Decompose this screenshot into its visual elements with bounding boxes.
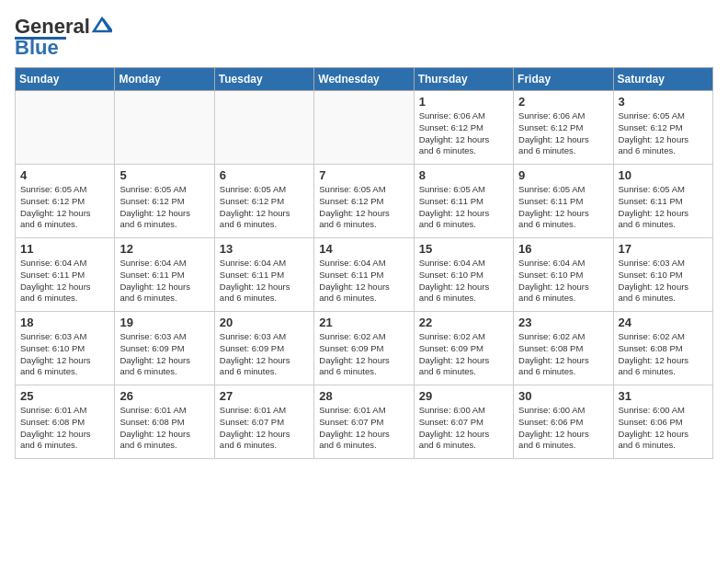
calendar-cell: 4Sunrise: 6:05 AM Sunset: 6:12 PM Daylig… (16, 165, 115, 238)
day-content: Sunrise: 6:03 AM Sunset: 6:09 PM Dayligh… (220, 331, 309, 378)
day-content: Sunrise: 6:04 AM Sunset: 6:11 PM Dayligh… (220, 258, 309, 304)
calendar-cell: 27Sunrise: 6:01 AM Sunset: 6:07 PM Dayli… (214, 385, 313, 459)
calendar-week-row: 25Sunrise: 6:01 AM Sunset: 6:08 PM Dayli… (16, 385, 713, 459)
day-of-week-header: Tuesday (214, 68, 313, 91)
calendar-header-row: SundayMondayTuesdayWednesdayThursdayFrid… (16, 68, 713, 91)
calendar-cell: 10Sunrise: 6:05 AM Sunset: 6:11 PM Dayli… (613, 165, 712, 238)
calendar-cell: 9Sunrise: 6:05 AM Sunset: 6:11 PM Daylig… (514, 165, 613, 238)
day-content: Sunrise: 6:00 AM Sunset: 6:06 PM Dayligh… (619, 405, 708, 452)
day-content: Sunrise: 6:06 AM Sunset: 6:12 PM Dayligh… (419, 110, 508, 157)
day-content: Sunrise: 6:05 AM Sunset: 6:12 PM Dayligh… (619, 110, 708, 157)
day-content: Sunrise: 6:03 AM Sunset: 6:10 PM Dayligh… (20, 331, 109, 378)
calendar-cell: 20Sunrise: 6:03 AM Sunset: 6:09 PM Dayli… (214, 312, 313, 385)
day-number: 2 (518, 95, 608, 109)
calendar-cell: 2Sunrise: 6:06 AM Sunset: 6:12 PM Daylig… (514, 91, 613, 165)
calendar-cell: 30Sunrise: 6:00 AM Sunset: 6:06 PM Dayli… (514, 385, 613, 459)
calendar-cell: 14Sunrise: 6:04 AM Sunset: 6:11 PM Dayli… (314, 238, 414, 312)
day-content: Sunrise: 6:02 AM Sunset: 6:09 PM Dayligh… (419, 331, 508, 378)
calendar-cell: 24Sunrise: 6:02 AM Sunset: 6:08 PM Dayli… (613, 312, 712, 385)
day-number: 26 (119, 389, 209, 403)
day-number: 5 (119, 168, 209, 182)
day-content: Sunrise: 6:05 AM Sunset: 6:11 PM Dayligh… (419, 184, 508, 231)
calendar-cell: 23Sunrise: 6:02 AM Sunset: 6:08 PM Dayli… (514, 312, 613, 385)
day-number: 20 (220, 316, 309, 329)
day-content: Sunrise: 6:04 AM Sunset: 6:10 PM Dayligh… (419, 258, 508, 304)
day-content: Sunrise: 6:03 AM Sunset: 6:09 PM Dayligh… (119, 331, 209, 378)
day-number: 6 (220, 168, 309, 182)
calendar-cell: 8Sunrise: 6:05 AM Sunset: 6:11 PM Daylig… (414, 165, 513, 238)
calendar-cell: 18Sunrise: 6:03 AM Sunset: 6:10 PM Dayli… (16, 312, 115, 385)
day-number: 28 (319, 389, 408, 403)
calendar-cell: 25Sunrise: 6:01 AM Sunset: 6:08 PM Dayli… (16, 385, 115, 459)
calendar-cell: 3Sunrise: 6:05 AM Sunset: 6:12 PM Daylig… (613, 91, 712, 165)
day-number: 4 (20, 168, 109, 182)
logo-blue: Blue (15, 36, 59, 60)
calendar-cell: 22Sunrise: 6:02 AM Sunset: 6:09 PM Dayli… (414, 312, 513, 385)
day-content: Sunrise: 6:05 AM Sunset: 6:12 PM Dayligh… (319, 184, 408, 231)
calendar-cell (115, 91, 214, 165)
calendar-cell: 6Sunrise: 6:05 AM Sunset: 6:12 PM Daylig… (214, 165, 313, 238)
calendar-week-row: 4Sunrise: 6:05 AM Sunset: 6:12 PM Daylig… (16, 165, 713, 238)
day-number: 25 (20, 389, 109, 403)
calendar-week-row: 18Sunrise: 6:03 AM Sunset: 6:10 PM Dayli… (16, 312, 713, 385)
day-number: 1 (419, 95, 508, 109)
day-number: 18 (20, 316, 109, 329)
calendar-cell: 21Sunrise: 6:02 AM Sunset: 6:09 PM Dayli… (314, 312, 414, 385)
day-number: 15 (419, 242, 508, 256)
day-number: 31 (619, 389, 708, 403)
day-number: 16 (518, 242, 608, 256)
day-of-week-header: Wednesday (314, 68, 414, 91)
calendar-week-row: 11Sunrise: 6:04 AM Sunset: 6:11 PM Dayli… (16, 238, 713, 312)
day-content: Sunrise: 6:04 AM Sunset: 6:10 PM Dayligh… (518, 258, 608, 304)
day-number: 21 (319, 316, 408, 329)
day-number: 8 (419, 168, 508, 182)
day-content: Sunrise: 6:00 AM Sunset: 6:07 PM Dayligh… (419, 405, 508, 452)
calendar-cell (314, 91, 414, 165)
day-content: Sunrise: 6:04 AM Sunset: 6:11 PM Dayligh… (319, 258, 408, 304)
day-content: Sunrise: 6:05 AM Sunset: 6:12 PM Dayligh… (20, 184, 109, 231)
day-content: Sunrise: 6:05 AM Sunset: 6:12 PM Dayligh… (220, 184, 309, 231)
calendar-cell (16, 91, 115, 165)
calendar-cell (214, 91, 313, 165)
calendar-cell: 28Sunrise: 6:01 AM Sunset: 6:07 PM Dayli… (314, 385, 414, 459)
calendar-week-row: 1Sunrise: 6:06 AM Sunset: 6:12 PM Daylig… (16, 91, 713, 165)
day-number: 17 (619, 242, 708, 256)
day-of-week-header: Friday (514, 68, 613, 91)
calendar-cell: 19Sunrise: 6:03 AM Sunset: 6:09 PM Dayli… (115, 312, 214, 385)
page-header: General Blue (15, 15, 713, 60)
calendar-cell: 31Sunrise: 6:00 AM Sunset: 6:06 PM Dayli… (613, 385, 712, 459)
day-content: Sunrise: 6:05 AM Sunset: 6:12 PM Dayligh… (119, 184, 209, 231)
day-number: 13 (220, 242, 309, 256)
day-number: 27 (220, 389, 309, 403)
day-number: 29 (419, 389, 508, 403)
day-content: Sunrise: 6:01 AM Sunset: 6:07 PM Dayligh… (220, 405, 309, 452)
day-content: Sunrise: 6:02 AM Sunset: 6:08 PM Dayligh… (518, 331, 608, 378)
day-of-week-header: Saturday (613, 68, 712, 91)
day-content: Sunrise: 6:02 AM Sunset: 6:09 PM Dayligh… (319, 331, 408, 378)
day-content: Sunrise: 6:01 AM Sunset: 6:07 PM Dayligh… (319, 405, 408, 452)
day-content: Sunrise: 6:02 AM Sunset: 6:08 PM Dayligh… (619, 331, 708, 378)
day-content: Sunrise: 6:05 AM Sunset: 6:11 PM Dayligh… (518, 184, 608, 231)
day-content: Sunrise: 6:05 AM Sunset: 6:11 PM Dayligh… (619, 184, 708, 231)
day-number: 9 (518, 168, 608, 182)
logo-arrow-icon (92, 17, 112, 33)
day-content: Sunrise: 6:00 AM Sunset: 6:06 PM Dayligh… (518, 405, 608, 452)
calendar-cell: 1Sunrise: 6:06 AM Sunset: 6:12 PM Daylig… (414, 91, 513, 165)
day-of-week-header: Monday (115, 68, 214, 91)
day-number: 10 (619, 168, 708, 182)
day-number: 22 (419, 316, 508, 329)
day-content: Sunrise: 6:03 AM Sunset: 6:10 PM Dayligh… (619, 258, 708, 304)
day-number: 30 (518, 389, 608, 403)
svg-marker-1 (102, 18, 112, 31)
calendar-cell: 29Sunrise: 6:00 AM Sunset: 6:07 PM Dayli… (414, 385, 513, 459)
day-content: Sunrise: 6:04 AM Sunset: 6:11 PM Dayligh… (119, 258, 209, 304)
day-number: 12 (119, 242, 209, 256)
calendar-table: SundayMondayTuesdayWednesdayThursdayFrid… (15, 67, 713, 459)
day-number: 7 (319, 168, 408, 182)
calendar-cell: 13Sunrise: 6:04 AM Sunset: 6:11 PM Dayli… (214, 238, 313, 312)
day-number: 19 (119, 316, 209, 329)
logo: General Blue (15, 15, 112, 60)
calendar-cell: 17Sunrise: 6:03 AM Sunset: 6:10 PM Dayli… (613, 238, 712, 312)
calendar-cell: 26Sunrise: 6:01 AM Sunset: 6:08 PM Dayli… (115, 385, 214, 459)
day-number: 23 (518, 316, 608, 329)
